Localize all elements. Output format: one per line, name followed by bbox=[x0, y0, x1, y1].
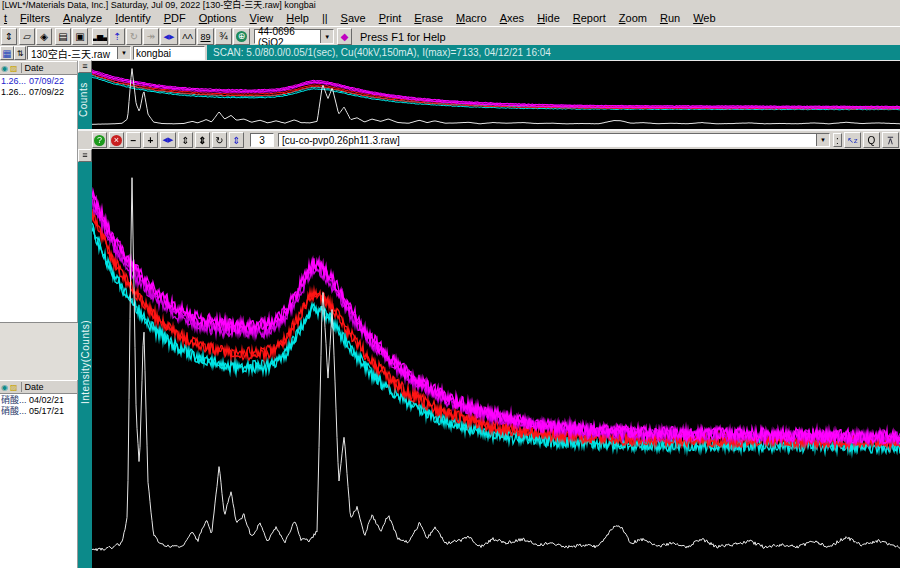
main-chart-canvas[interactable] bbox=[92, 149, 900, 568]
menu-separator: || bbox=[322, 12, 328, 24]
zoom-out-button[interactable]: − bbox=[126, 132, 141, 148]
overview-chart-canvas[interactable] bbox=[92, 60, 900, 130]
file-row-item[interactable]: 1.26... 07/09/22 bbox=[0, 75, 77, 86]
preview-icon[interactable]: ◉ bbox=[0, 64, 8, 73]
scale-y-button[interactable]: ⇕ bbox=[195, 132, 210, 148]
menu-item-print[interactable]: Print bbox=[379, 12, 402, 24]
menu-item-web[interactable]: Web bbox=[693, 12, 715, 24]
menu-item-hide[interactable]: Hide bbox=[537, 12, 560, 24]
open-folder-icon[interactable]: ▱ bbox=[19, 28, 35, 45]
pointer-z-icon[interactable]: ↖z bbox=[844, 132, 861, 148]
status-help-text: Press F1 for Help bbox=[360, 31, 446, 43]
file-row: ▦ ⇅ 130空白-三天.raw ▼ SCAN: 5.0/80.0/0.05/1… bbox=[0, 45, 900, 61]
background-icon[interactable]: 89 bbox=[197, 28, 214, 45]
menu-item-save[interactable]: Save bbox=[341, 12, 366, 24]
main-y-axis-label: Intensity(Counts) bbox=[78, 162, 92, 562]
peak-edit-icon[interactable]: ⇡ bbox=[109, 28, 125, 45]
overlay-toolbar: ? × − + ◀▶ ⇕ ⇕ ↻ ⇕ 3 [cu-co-pvp0.26ph11.… bbox=[78, 131, 900, 149]
menu-item-zoom[interactable]: Zoom bbox=[619, 12, 647, 24]
phase-combo[interactable]: 44-0696 (SiO2 ▼ bbox=[254, 29, 334, 44]
spinner-buttons[interactable]: : bbox=[833, 133, 842, 147]
axis-grip-handle[interactable]: ≡ bbox=[78, 149, 92, 162]
menu-item-view[interactable]: View bbox=[250, 12, 274, 24]
main-toolbar: ⇕ ▱ ◈ ▤ ▣ ▂▅▃ ⇡ ↻ ↠ ◀▶ ΛΛ 89 ¾ ⊕ 44-0696… bbox=[0, 26, 900, 45]
menu-item-erase[interactable]: Erase bbox=[414, 12, 443, 24]
cycle-button[interactable]: ↻ bbox=[212, 132, 227, 148]
file-spinner[interactable]: ⇅ bbox=[14, 46, 26, 60]
overlay-file-combo[interactable]: [cu-co-pvp0.26ph11.3.raw] ▼ bbox=[278, 133, 830, 147]
menu-item-run[interactable]: Run bbox=[660, 12, 680, 24]
forward-icon[interactable]: ↠ bbox=[143, 28, 159, 45]
file-list-bottom: ◉ ▨ Date 硝酸... 04/02/21 硝酸... 05/17/21 bbox=[0, 380, 78, 568]
main-axis-strip: ≡ Intensity(Counts) bbox=[78, 149, 92, 568]
menu-item-options[interactable]: Options bbox=[199, 12, 237, 24]
menu-item-report[interactable]: Report bbox=[573, 12, 606, 24]
measure-icon[interactable]: ⊼ bbox=[882, 132, 899, 148]
print-icon[interactable]: ▤ bbox=[55, 28, 71, 45]
file-list-top-header[interactable]: ◉ ▨ Date bbox=[0, 61, 77, 75]
folder-icon[interactable]: ▨ bbox=[8, 383, 18, 392]
help-button[interactable]: ? bbox=[92, 132, 107, 148]
axis-grip-handle[interactable]: ≡ bbox=[78, 60, 92, 73]
chevron-down-icon[interactable]: ▼ bbox=[320, 30, 333, 43]
sn-ratio-icon[interactable]: ¾ bbox=[215, 28, 232, 45]
expand-icon[interactable]: ◀▶ bbox=[160, 28, 178, 45]
preview-icon[interactable]: ◉ bbox=[0, 383, 8, 392]
menu-item-pdf[interactable]: PDF bbox=[164, 12, 186, 24]
overlay-count-field[interactable]: 3 bbox=[250, 133, 274, 147]
overview-axis-strip: ≡ Counts bbox=[78, 60, 92, 129]
menu-bar: t Filters Analyze Identify PDF Options V… bbox=[0, 10, 900, 26]
refresh-icon[interactable]: ↻ bbox=[126, 28, 142, 45]
file-row-item[interactable]: 硝酸... 05/17/21 bbox=[0, 405, 77, 416]
left-collapsed-panel bbox=[0, 322, 78, 380]
overview-y-axis-label: Counts bbox=[78, 73, 92, 127]
magnifier-icon[interactable]: Q bbox=[863, 132, 880, 148]
pattern-icon[interactable]: ▂▅▃ bbox=[92, 28, 108, 45]
expand-y-button[interactable]: ⇕ bbox=[178, 132, 193, 148]
date-column-header[interactable]: Date bbox=[21, 382, 44, 392]
overlay-icon[interactable]: ◈ bbox=[36, 28, 52, 45]
sample-id-input[interactable] bbox=[133, 46, 205, 60]
menu-item-macro[interactable]: Macro bbox=[456, 12, 487, 24]
menu-item-axes[interactable]: Axes bbox=[500, 12, 524, 24]
save-icon[interactable]: ▣ bbox=[72, 28, 88, 45]
menu-item-filters[interactable]: Filters bbox=[20, 12, 50, 24]
file-combo[interactable]: 130空白-三天.raw ▼ bbox=[27, 46, 131, 60]
phase-diamond-icon[interactable]: ◆ bbox=[337, 28, 352, 45]
file-list-bottom-header[interactable]: ◉ ▨ Date bbox=[0, 380, 77, 394]
thumbnail-icon[interactable]: ▦ bbox=[0, 46, 14, 60]
menu-item-analyze[interactable]: Analyze bbox=[63, 12, 102, 24]
menu-item-help[interactable]: Help bbox=[286, 12, 309, 24]
menu-item-identify[interactable]: Identify bbox=[115, 12, 150, 24]
chevron-down-icon[interactable]: ▼ bbox=[117, 47, 130, 59]
file-list-top: ◉ ▨ Date 1.26... 07/09/22 1.26... 07/09/… bbox=[0, 61, 78, 322]
folder-icon[interactable]: ▨ bbox=[8, 64, 18, 73]
web-globe-icon[interactable]: ⊕ bbox=[233, 28, 250, 45]
file-row-item[interactable]: 1.26... 07/09/22 bbox=[0, 86, 77, 97]
menu-item-edit[interactable]: t bbox=[4, 12, 7, 24]
expand-x-button[interactable]: ◀▶ bbox=[160, 132, 176, 148]
fit-y-button[interactable]: ⇕ bbox=[229, 132, 244, 148]
chevron-down-icon[interactable]: ▼ bbox=[816, 134, 829, 146]
close-button[interactable]: × bbox=[109, 132, 124, 148]
find-peaks-icon[interactable]: ΛΛ bbox=[179, 28, 196, 45]
spin-updown-icon[interactable]: ⇕ bbox=[1, 28, 17, 45]
window-title: [LWL*/Materials Data, Inc.] Saturday, Ju… bbox=[0, 0, 900, 10]
scan-info-banner: SCAN: 5.0/80.0/0.05/1(sec), Cu(40kV,150m… bbox=[207, 45, 900, 61]
zoom-in-button[interactable]: + bbox=[143, 132, 158, 148]
date-column-header[interactable]: Date bbox=[21, 63, 44, 73]
